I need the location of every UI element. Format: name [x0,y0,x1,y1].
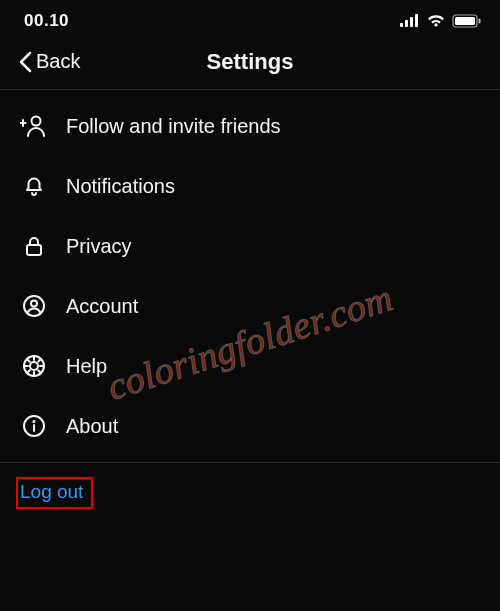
menu-item-notifications[interactable]: Notifications [0,156,500,216]
logout-button[interactable]: Log out [16,477,93,509]
svg-rect-8 [27,245,41,255]
svg-rect-1 [405,20,408,27]
status-bar: 00.10 [0,0,500,40]
svg-point-7 [32,117,41,126]
chevron-left-icon [18,51,32,73]
menu-item-account[interactable]: Account [0,276,500,336]
page-title: Settings [207,49,294,75]
battery-icon [452,14,482,28]
svg-point-12 [30,362,38,370]
add-user-icon [20,112,48,140]
menu-label: Notifications [66,175,175,198]
cellular-icon [400,14,420,28]
svg-rect-6 [479,19,481,24]
status-time: 00.10 [24,11,69,31]
svg-rect-3 [415,14,418,27]
lock-icon [20,232,48,260]
menu-label: Account [66,295,138,318]
menu-item-about[interactable]: About [0,396,500,456]
menu-label: Privacy [66,235,132,258]
back-label: Back [36,50,80,73]
svg-rect-2 [410,17,413,27]
svg-rect-0 [400,23,403,27]
svg-rect-5 [455,17,475,25]
menu-item-help[interactable]: Help [0,336,500,396]
menu-label: Follow and invite friends [66,115,281,138]
settings-menu: Follow and invite friends Notifications … [0,90,500,463]
wifi-icon [426,14,446,28]
menu-item-follow-invite[interactable]: Follow and invite friends [0,96,500,156]
info-icon [20,412,48,440]
help-icon [20,352,48,380]
bell-icon [20,172,48,200]
nav-bar: Back Settings [0,40,500,90]
account-icon [20,292,48,320]
svg-point-10 [31,301,37,307]
svg-point-15 [33,421,34,422]
menu-label: About [66,415,118,438]
back-button[interactable]: Back [18,50,80,73]
logout-row: Log out [0,463,500,523]
menu-item-privacy[interactable]: Privacy [0,216,500,276]
status-icons [400,14,482,28]
menu-label: Help [66,355,107,378]
